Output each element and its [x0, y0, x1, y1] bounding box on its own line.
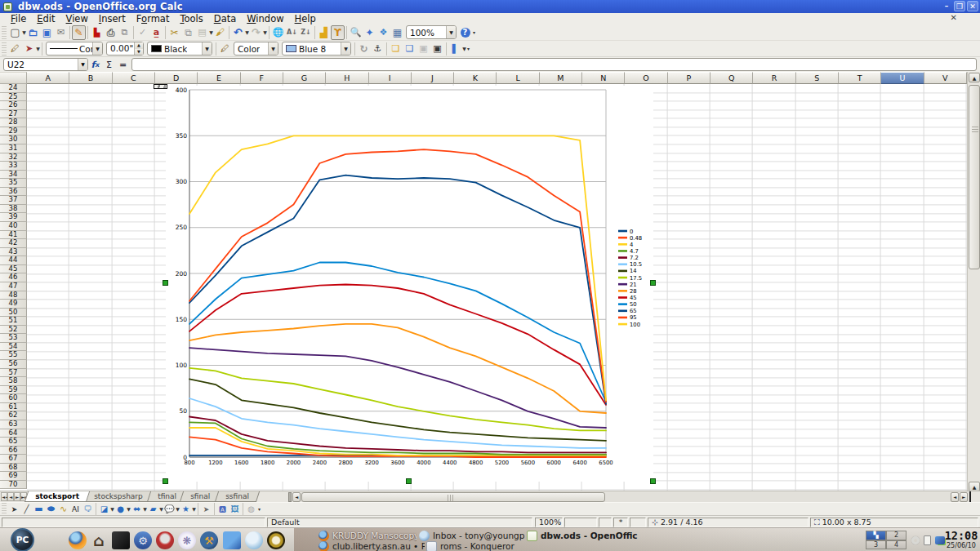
- vertical-scrollbar[interactable]: ▲ ▲ ▼: [967, 72, 980, 501]
- fill-dropper-icon[interactable]: 🖊: [218, 42, 232, 56]
- menu-insert[interactable]: Insert: [99, 13, 126, 24]
- date[interactable]: 25/06/10: [942, 542, 980, 549]
- line-width-spinner[interactable]: 0.00"▲▼: [106, 42, 144, 56]
- row-header-32[interactable]: 32: [0, 153, 27, 162]
- launcher-media-player-icon[interactable]: [156, 531, 174, 549]
- row-header-69[interactable]: 69: [0, 472, 27, 481]
- edit-points-icon[interactable]: ➤: [200, 504, 212, 515]
- row-header-35[interactable]: 35: [0, 179, 27, 188]
- column-header-P[interactable]: P: [668, 72, 710, 84]
- selection-handle-bottom-middle[interactable]: [406, 478, 412, 484]
- copy-icon[interactable]: ⧉: [181, 25, 195, 40]
- row-header-39[interactable]: 39: [0, 213, 27, 222]
- launcher-display-icon[interactable]: [223, 531, 241, 549]
- column-header-B[interactable]: B: [69, 72, 112, 84]
- sheet-tab-stockspsharp[interactable]: stockspsharp: [83, 491, 154, 502]
- flowchart-icon[interactable]: ▰: [147, 504, 159, 515]
- task-entry[interactable]: Inbox - tony@youngpl: [419, 530, 525, 541]
- tray-ring-icon[interactable]: [910, 535, 920, 545]
- column-header-V[interactable]: V: [924, 72, 967, 84]
- row-header-64[interactable]: 64: [0, 429, 27, 438]
- column-header-H[interactable]: H: [326, 72, 368, 84]
- send-to-back-icon[interactable]: ❏: [403, 42, 416, 56]
- row-header-51[interactable]: 51: [0, 317, 27, 326]
- first-sheet-button[interactable]: ◄◄: [1, 492, 7, 501]
- column-header-L[interactable]: L: [497, 72, 539, 84]
- fill-color-combo[interactable]: Blue 8▼: [282, 42, 351, 56]
- line-icon[interactable]: 🖊: [8, 42, 22, 56]
- menu-tools[interactable]: Tools: [180, 13, 203, 24]
- stars-icon[interactable]: ★: [180, 504, 192, 515]
- column-header-R[interactable]: R: [753, 72, 795, 84]
- launcher-cat-badge-icon[interactable]: [267, 531, 285, 549]
- row-header-65[interactable]: 65: [0, 438, 27, 447]
- format-paintbrush-icon[interactable]: 🖌: [213, 25, 227, 40]
- horizontal-scrollbar-thumb[interactable]: [301, 492, 605, 502]
- selection-handle-bottom-left[interactable]: [163, 478, 168, 484]
- to-background-icon[interactable]: ▣: [430, 42, 444, 56]
- launcher-mandala-icon[interactable]: ❋: [178, 531, 196, 549]
- row-header-40[interactable]: 40: [0, 222, 27, 231]
- row-header-66[interactable]: 66: [0, 447, 27, 455]
- ellipse-icon[interactable]: ⬬: [45, 504, 57, 515]
- line-color-combo[interactable]: Black▼: [147, 42, 212, 56]
- from-file-icon[interactable]: 🖼: [229, 504, 241, 515]
- menu-edit[interactable]: Edit: [37, 13, 55, 24]
- row-header-29[interactable]: 29: [0, 127, 27, 136]
- new-document-icon[interactable]: ▢: [8, 25, 22, 40]
- row-header-43[interactable]: 43: [0, 248, 27, 257]
- menu-help[interactable]: Help: [295, 13, 316, 24]
- open-icon[interactable]: 🗀: [26, 25, 40, 40]
- row-header-53[interactable]: 53: [0, 334, 27, 343]
- alignment-icon[interactable]: ▌: [448, 42, 462, 56]
- selection-handle-right[interactable]: [650, 280, 656, 286]
- show-draw-functions-icon[interactable]: ϒ: [331, 25, 345, 40]
- pager-desktop-4[interactable]: 4: [886, 540, 906, 550]
- block-arrows-icon[interactable]: ⬌: [131, 504, 143, 515]
- to-foreground-icon[interactable]: ▣: [416, 42, 430, 56]
- tab-splitter[interactable]: [288, 492, 292, 502]
- column-header-M[interactable]: M: [540, 72, 582, 84]
- scroll-right-icon[interactable]: ►: [960, 492, 968, 502]
- launcher-control-center-icon[interactable]: ⚙: [134, 531, 152, 549]
- row-header-30[interactable]: 30: [0, 136, 27, 144]
- undo-icon[interactable]: ↶: [231, 25, 245, 40]
- basic-shapes-icon[interactable]: ◪: [98, 504, 110, 515]
- help-icon[interactable]: ?: [458, 25, 472, 40]
- selection-handle-bottom-right[interactable]: [650, 478, 656, 484]
- rotate-icon[interactable]: ↻: [357, 42, 371, 56]
- column-header-T[interactable]: T: [839, 72, 881, 84]
- menu-format[interactable]: Format: [136, 13, 170, 24]
- column-header-F[interactable]: F: [241, 72, 283, 84]
- select-all-corner[interactable]: [0, 72, 27, 84]
- document-close-icon[interactable]: ✕: [951, 13, 957, 22]
- name-box-dropdown-icon[interactable]: ▼: [78, 59, 87, 70]
- task-entry[interactable]: dbw.ods - OpenOffic: [527, 530, 643, 541]
- row-header-26[interactable]: 26: [0, 101, 27, 110]
- clock[interactable]: 12:08: [942, 530, 980, 541]
- row-header-58[interactable]: 58: [0, 377, 27, 386]
- row-header-61[interactable]: 61: [0, 403, 27, 412]
- function-wizard-icon[interactable]: fx: [88, 58, 102, 71]
- task-entry[interactable]: roms - Konqueror: [426, 540, 532, 551]
- row-header-44[interactable]: 44: [0, 256, 27, 265]
- row-header-24[interactable]: 24: [0, 84, 27, 93]
- task-entry[interactable]: KRUDDY Mansocopy: [318, 530, 416, 541]
- cut-icon[interactable]: ✂: [167, 25, 181, 40]
- sheet-area[interactable]: 2425262728293031323334353637383940414243…: [0, 84, 967, 491]
- navigator-icon[interactable]: ✦: [363, 25, 376, 40]
- row-header-56[interactable]: 56: [0, 360, 27, 369]
- redo-icon[interactable]: ↷: [249, 25, 263, 40]
- row-header-28[interactable]: 28: [0, 118, 27, 127]
- row-header-70[interactable]: 70: [0, 481, 27, 490]
- paste-icon[interactable]: ▤: [195, 25, 209, 40]
- sort-descending-icon[interactable]: Z↓: [299, 25, 313, 40]
- column-header-U[interactable]: U: [881, 72, 924, 84]
- desktop-pager[interactable]: ▚234: [866, 531, 906, 549]
- freeform-line-icon[interactable]: ∿: [57, 504, 69, 515]
- spellcheck-icon[interactable]: ✓: [136, 25, 149, 40]
- window-titlebar[interactable]: dbw.ods - OpenOffice.org Calc – ❐ ✕: [0, 0, 980, 13]
- row-header-38[interactable]: 38: [0, 205, 27, 214]
- row-header-52[interactable]: 52: [0, 326, 27, 335]
- scroll-up-icon[interactable]: ▲: [969, 73, 980, 82]
